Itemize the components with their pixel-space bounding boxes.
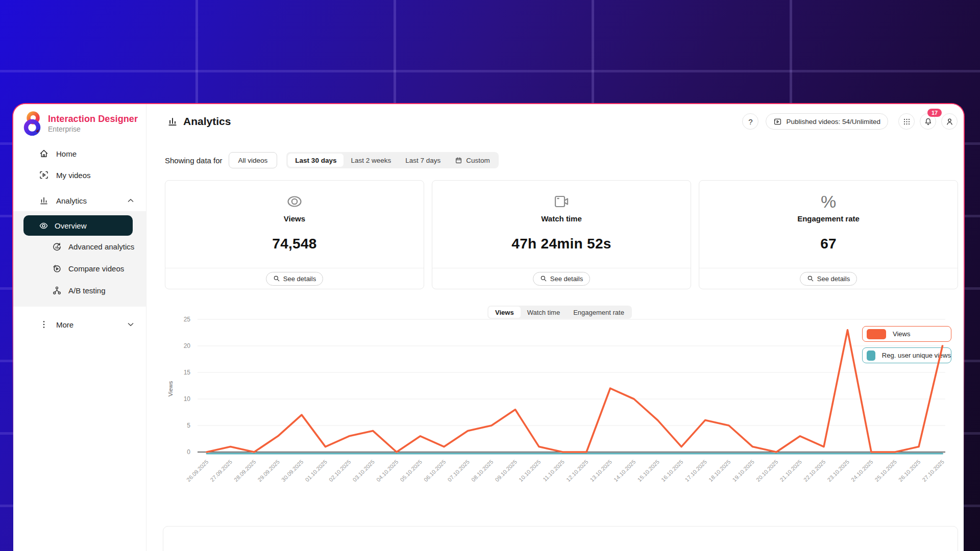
main-content: Analytics ? Published videos: 54/U	[146, 104, 964, 551]
help-button[interactable]: ?	[742, 113, 758, 130]
reg-views-legend-swatch	[867, 350, 875, 361]
sidebar-item-compare-videos[interactable]: Compare videos	[13, 258, 146, 280]
svg-text:18.10.2025: 18.10.2025	[707, 459, 731, 483]
magnifier-icon	[273, 275, 280, 282]
svg-text:20.10.2025: 20.10.2025	[755, 459, 779, 483]
period-last-2-weeks[interactable]: Last 2 weeks	[344, 154, 398, 167]
svg-text:27.10.2025: 27.10.2025	[921, 459, 945, 483]
svg-text:16.10.2025: 16.10.2025	[660, 459, 684, 483]
metric-label: Watch time	[541, 214, 581, 223]
period-custom[interactable]: Custom	[448, 154, 497, 167]
brand-tier: Enterprise	[48, 125, 138, 133]
sidebar-item-my-videos[interactable]: My videos	[13, 164, 146, 186]
sidebar-item-label: Advanced analytics	[68, 242, 134, 251]
video-camera-icon	[552, 192, 571, 211]
svg-text:15.10.2025: 15.10.2025	[636, 459, 660, 483]
period-segmented-control: Last 30 days Last 2 weeks Last 7 days Cu…	[286, 152, 498, 168]
eye-icon	[39, 221, 48, 231]
chart-plot: 0510152025Views26.09.202527.09.202528.09…	[165, 312, 958, 516]
legend-views[interactable]: Views	[862, 326, 951, 342]
svg-text:21.10.2025: 21.10.2025	[778, 459, 802, 483]
magnifier-icon	[540, 275, 547, 282]
sidebar-item-advanced-analytics[interactable]: Advanced analytics	[13, 236, 146, 258]
views-see-details-button[interactable]: See details	[266, 272, 323, 286]
views-line-chart: Views Reg. user unique views 0510152025V…	[165, 312, 958, 516]
svg-text:26.09.2025: 26.09.2025	[185, 459, 209, 483]
svg-text:Views: Views	[167, 381, 174, 397]
apps-grid-button[interactable]	[898, 113, 915, 130]
period-last-30-days[interactable]: Last 30 days	[288, 154, 344, 167]
analytics-title-icon	[167, 116, 178, 127]
svg-text:08.10.2025: 08.10.2025	[470, 459, 494, 483]
svg-text:10: 10	[184, 395, 191, 403]
sidebar-item-analytics[interactable]: Analytics	[13, 190, 146, 211]
percent-icon: %	[821, 192, 836, 211]
metric-cards: Views 74,548 See details	[165, 180, 958, 289]
published-videos-button[interactable]: Published videos: 54/Unlimited	[766, 113, 888, 130]
sidebar-item-label: A/B testing	[68, 286, 106, 295]
sidebar-item-more[interactable]: More	[13, 314, 146, 335]
watch-time-metric-card: Watch time 47h 24min 52s See details	[432, 180, 691, 289]
svg-text:25: 25	[184, 316, 191, 323]
svg-text:20: 20	[184, 342, 191, 349]
sidebar-item-home[interactable]: Home	[13, 143, 146, 164]
svg-text:30.09.2025: 30.09.2025	[280, 459, 304, 483]
svg-text:14.10.2025: 14.10.2025	[612, 459, 636, 483]
engagement-see-details-button[interactable]: See details	[800, 272, 857, 286]
filter-bar: Showing data for All videos Last 30 days…	[165, 152, 499, 168]
metric-value: 74,548	[272, 236, 316, 252]
metric-value: 67	[820, 236, 837, 252]
views-legend-swatch	[867, 329, 886, 339]
sidebar-item-label: Overview	[55, 221, 87, 230]
svg-text:03.10.2025: 03.10.2025	[351, 459, 375, 483]
filter-label: Showing data for	[165, 156, 223, 165]
metric-value: 47h 24min 52s	[511, 236, 611, 252]
my-videos-icon	[39, 170, 49, 180]
sidebar-item-label: Analytics	[56, 196, 87, 205]
next-section-card	[163, 526, 958, 551]
metric-label: Views	[284, 214, 305, 223]
sidebar-item-overview[interactable]: Overview	[23, 215, 133, 236]
brand-logo-icon	[22, 111, 43, 136]
svg-text:15: 15	[184, 369, 191, 376]
sidebar-item-label: More	[56, 320, 74, 329]
svg-text:12.10.2025: 12.10.2025	[565, 459, 589, 483]
sidebar-item-label: Compare videos	[68, 264, 124, 273]
svg-text:07.10.2025: 07.10.2025	[446, 459, 470, 483]
home-icon	[39, 148, 49, 159]
analytics-icon	[39, 195, 49, 206]
svg-text:06.10.2025: 06.10.2025	[423, 459, 447, 483]
svg-text:17.10.2025: 17.10.2025	[683, 459, 707, 483]
page-header: Analytics ? Published videos: 54/U	[167, 112, 958, 131]
watch-time-see-details-button[interactable]: See details	[533, 272, 590, 286]
chevron-up-icon	[128, 198, 134, 203]
svg-text:01.10.2025: 01.10.2025	[304, 459, 328, 483]
video-scope-selector[interactable]: All videos	[229, 152, 278, 168]
window-surface: Interaction Designer Enterprise Home	[13, 104, 964, 551]
svg-text:27.09.2025: 27.09.2025	[209, 459, 233, 483]
svg-text:04.10.2025: 04.10.2025	[375, 459, 399, 483]
sidebar-item-ab-testing[interactable]: A/B testing	[13, 280, 146, 302]
ab-testing-icon	[52, 286, 62, 295]
period-last-7-days[interactable]: Last 7 days	[398, 154, 448, 167]
published-video-icon	[773, 117, 782, 126]
metric-label: Engagement rate	[797, 214, 860, 223]
svg-text:22.10.2025: 22.10.2025	[802, 459, 826, 483]
chevron-down-icon	[128, 322, 134, 327]
help-label: ?	[748, 117, 752, 126]
notifications-button[interactable]: 17	[920, 113, 936, 130]
svg-text:26.10.2025: 26.10.2025	[897, 459, 921, 483]
compare-videos-icon	[52, 264, 62, 273]
sidebar-item-label: Home	[56, 149, 77, 158]
svg-text:24.10.2025: 24.10.2025	[850, 459, 874, 483]
svg-text:25.10.2025: 25.10.2025	[873, 459, 897, 483]
sidebar: Interaction Designer Enterprise Home	[13, 104, 146, 551]
bell-icon	[924, 117, 933, 126]
legend-reg-user-unique-views[interactable]: Reg. user unique views	[862, 347, 951, 363]
svg-text:5: 5	[187, 422, 190, 429]
views-metric-card: Views 74,548 See details	[165, 180, 424, 289]
published-videos-label: Published videos: 54/Unlimited	[786, 118, 880, 126]
analytics-submenu: Overview Advanced analytics	[13, 211, 146, 307]
account-button[interactable]	[941, 113, 958, 130]
svg-text:05.10.2025: 05.10.2025	[399, 459, 423, 483]
